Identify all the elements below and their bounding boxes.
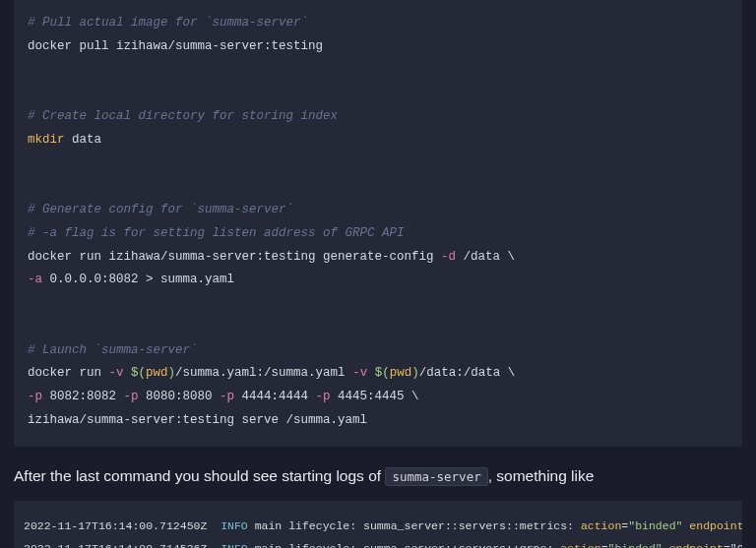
code-flag: -v — [109, 366, 124, 380]
prose-text: After the last command you should see st… — [14, 467, 385, 484]
code-comment: # Pull actual image for `summa-server` — [28, 16, 308, 30]
code-subst: ) — [168, 366, 176, 380]
code-comment: # Create local directory for storing ind… — [28, 109, 338, 123]
code-subst: $( — [375, 366, 390, 380]
code-text: 0.0.0.0:8082 > summa.yaml — [42, 273, 234, 286]
code-text: /data \ — [456, 250, 515, 264]
log-level: INFO — [220, 519, 248, 532]
code-line: docker pull izihawa/summa-server:testing — [28, 39, 323, 53]
log-context: main lifecycle: summa_server::servers::g… — [248, 542, 560, 548]
log-key: endpoint — [689, 519, 742, 532]
code-builtin: pwd — [390, 366, 412, 380]
code-text: data — [65, 133, 102, 147]
code-text: /data:/data \ — [419, 366, 516, 380]
code-text: 4445:4445 \ — [331, 390, 419, 403]
log-key: action — [560, 542, 600, 548]
code-text: docker run — [28, 366, 109, 380]
inline-code: summa-server — [385, 467, 487, 486]
code-line: izihawa/summa-server:testing serve /summ… — [28, 413, 367, 427]
code-comment: # Launch `summa-server` — [28, 343, 198, 357]
code-flag: -d — [441, 250, 456, 264]
log-timestamp: 2022-11-17T16:14:00.712450Z — [24, 519, 220, 532]
code-flag: -p — [124, 390, 139, 403]
code-text: /summa.yaml:/summa.yaml — [175, 366, 352, 380]
code-builtin: mkdir — [28, 133, 65, 147]
code-flag: -p — [28, 390, 42, 403]
log-value: ="0.0.0 — [724, 542, 742, 548]
log-value: "binded" — [628, 519, 682, 532]
log-context: main lifecycle: summa_server::servers::m… — [248, 519, 581, 532]
log-key: endpoint — [669, 542, 724, 548]
prose-paragraph: After the last command you should see st… — [14, 464, 742, 487]
log-level: INFO — [220, 542, 248, 548]
log-key: action — [581, 519, 621, 532]
code-flag: -a — [28, 273, 42, 286]
code-text: docker run izihawa/summa-server:testing … — [28, 250, 441, 264]
code-builtin: pwd — [146, 366, 168, 380]
code-comment: # Generate config for `summa-server` — [28, 203, 293, 216]
code-flag: -p — [316, 390, 331, 403]
prose-text: , something like — [488, 467, 595, 484]
log-output-block: 2022-11-17T16:14:00.712450Z INFO main li… — [14, 501, 742, 548]
code-subst: $( — [131, 366, 146, 380]
shell-code-block: # Pull actual image for `summa-server` d… — [14, 0, 742, 447]
log-timestamp: 2022-11-17T16:14:00.714536Z — [24, 542, 220, 548]
code-comment: # -a flag is for setting listen address … — [28, 226, 405, 240]
code-subst: ) — [411, 366, 419, 380]
code-flag: -v — [352, 366, 367, 380]
log-value: "binded" — [608, 542, 662, 548]
code-flag: -p — [220, 390, 234, 403]
